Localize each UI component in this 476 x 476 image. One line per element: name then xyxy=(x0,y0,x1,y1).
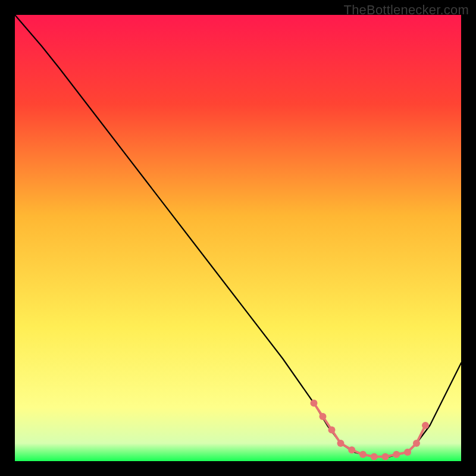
marker-dot xyxy=(422,422,429,429)
marker-dot xyxy=(359,451,367,458)
marker-dot xyxy=(404,449,411,456)
marker-dot xyxy=(382,453,389,461)
chart-svg xyxy=(15,15,461,461)
marker-dot xyxy=(393,451,400,458)
marker-dot xyxy=(328,427,336,434)
marker-dot xyxy=(413,440,420,447)
marker-dot xyxy=(371,453,378,461)
marker-dot xyxy=(320,413,327,420)
plot-area xyxy=(15,15,461,461)
marker-dot xyxy=(337,440,345,447)
marker-dot xyxy=(311,400,318,407)
chart-frame: TheBottlenecker.com xyxy=(0,0,476,476)
marker-dot xyxy=(348,446,355,453)
gradient-background xyxy=(15,15,461,461)
